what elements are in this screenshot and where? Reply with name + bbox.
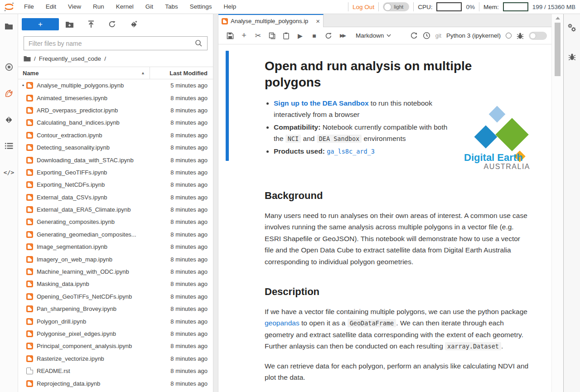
close-icon[interactable]: × [316, 18, 320, 24]
file-name: Generating_geomedian_composites... [37, 231, 157, 238]
restart-kernel-button[interactable] [321, 30, 335, 42]
file-row[interactable]: Polygonise_pixel_edges.ipynb 8 minutes a… [18, 328, 213, 340]
debugger-bug-icon[interactable] [517, 32, 524, 39]
panel-resize-handle[interactable] [213, 14, 218, 392]
execution-time-clock-icon[interactable] [423, 32, 430, 39]
bullet-products[interactable]: Products used: ga_ls8c_ard_3 [274, 147, 375, 155]
file-modified: 8 minutes ago [157, 281, 208, 287]
scrollbar-thumb[interactable] [555, 23, 561, 76]
file-row[interactable]: ARD_overpass_predictor.ipynb 8 minutes a… [18, 104, 213, 116]
background-paragraph: Many users need to run analyses on their… [265, 210, 531, 268]
dea-logo: Digital Earth AUSTRALIA [463, 98, 531, 170]
property-inspector-tab[interactable] [567, 23, 576, 34]
git-clone-button[interactable] [123, 18, 144, 30]
filter-files-input[interactable]: Filter files by name [24, 36, 208, 50]
notebook-scroll-area[interactable]: Open and run analysis on multiple polygo… [218, 44, 551, 392]
file-row[interactable]: Generating_geomedian_composites... 8 min… [18, 228, 213, 241]
interrupt-kernel-button[interactable]: ■ [307, 30, 321, 42]
file-row[interactable]: Contour_extraction.ipynb 8 minutes ago [18, 129, 213, 141]
file-row[interactable]: Calculating_band_indices.ipynb 8 minutes… [18, 116, 213, 129]
dask-tab[interactable] [0, 85, 18, 102]
file-name: Machine_learning_with_ODC.ipynb [37, 268, 157, 275]
toolbar-toggle[interactable] [529, 32, 547, 40]
theme-toggle[interactable]: light [383, 2, 409, 11]
menu-item[interactable]: Edit [40, 0, 62, 14]
file-type-icon [26, 132, 33, 139]
bullet-signup[interactable]: Sign up to the DEA Sandbox to run this n… [274, 99, 432, 118]
cut-cells-button[interactable]: ✂ [251, 30, 265, 42]
cpu-value: 0% [466, 4, 475, 10]
copy-cells-button[interactable] [265, 30, 279, 42]
menu-item[interactable]: Help [218, 0, 242, 14]
file-modified: 8 minutes ago [157, 95, 208, 102]
code-inspector-icon: </> [4, 169, 14, 176]
file-row[interactable]: Polygon_drill.ipynb 8 minutes ago [18, 315, 213, 327]
save-button[interactable] [223, 30, 237, 42]
file-row[interactable]: Rasterize_vectorize.ipynb 8 minutes ago [18, 353, 213, 365]
notebook-tab[interactable]: Analyse_multiple_polygons.ip × [218, 14, 324, 27]
file-modified: 5 minutes ago [157, 82, 208, 89]
file-row[interactable]: Opening_GeoTIFFs_NetCDFs.ipynb 8 minutes… [18, 290, 213, 303]
menu-item[interactable]: Settings [184, 0, 218, 14]
cell-type-value: Markdown [356, 32, 384, 39]
restart-run-all-button[interactable]: ▶▶ [335, 30, 349, 42]
file-row[interactable]: External_data_CSVs.ipynb 8 minutes ago [18, 191, 213, 203]
file-type-icon [26, 194, 33, 201]
file-row[interactable]: Masking_data.ipynb 8 minutes ago [18, 278, 213, 290]
file-row[interactable]: Animated_timeseries.ipynb 8 minutes ago [18, 92, 213, 104]
refresh-file-list-button[interactable] [102, 18, 123, 30]
running-sessions-tab[interactable] [0, 58, 18, 76]
file-row[interactable]: Detecting_seasonality.ipynb 8 minutes ag… [18, 141, 213, 154]
code-inspector-tab[interactable]: </> [0, 164, 18, 181]
git-tab[interactable] [0, 111, 18, 128]
new-launcher-button[interactable]: + [22, 18, 59, 30]
dock-tab-bar: Analyse_multiple_polygons.ip × [218, 14, 551, 27]
file-type-icon [26, 169, 33, 176]
file-type-icon [26, 355, 33, 362]
file-row[interactable]: • Analyse_multiple_polygons.ipynb 5 minu… [18, 79, 213, 92]
file-row[interactable]: Exporting_GeoTIFFs.ipynb 8 minutes ago [18, 166, 213, 179]
file-row[interactable]: Reprojecting_data.ipynb 8 minutes ago [18, 377, 213, 389]
file-browser-tab[interactable] [0, 18, 18, 35]
notebook-scrollbar[interactable] [551, 14, 563, 392]
file-modified: 8 minutes ago [157, 119, 208, 126]
file-row[interactable]: Exporting_NetCDFs.ipynb 8 minutes ago [18, 179, 213, 191]
home-folder-icon[interactable] [24, 56, 31, 62]
upload-button[interactable] [80, 18, 102, 30]
file-type-icon [26, 281, 33, 287]
menu-item[interactable]: File [18, 0, 40, 14]
file-row[interactable]: Imagery_on_web_map.ipynb 8 minutes ago [18, 253, 213, 265]
scroll-up-arrow-icon[interactable] [556, 17, 560, 19]
file-name: Detecting_seasonality.ipynb [37, 144, 157, 151]
table-of-contents-tab[interactable] [0, 137, 18, 155]
file-row[interactable]: External_data_ERA5_Climate.ipynb 8 minut… [18, 203, 213, 216]
kernel-status-icon[interactable] [506, 33, 512, 39]
column-header-name[interactable]: Name ▲ [18, 67, 150, 79]
sync-icon[interactable] [410, 32, 418, 39]
active-cell-indicator[interactable] [226, 51, 229, 161]
run-cell-button[interactable]: ▶ [293, 30, 307, 42]
column-header-modified[interactable]: Last Modified [150, 67, 213, 79]
breadcrumb-separator: / [104, 55, 106, 62]
cell-type-dropdown[interactable]: Markdown [356, 32, 391, 39]
new-folder-button[interactable] [59, 18, 80, 30]
file-row[interactable]: Generating_composites.ipynb 8 minutes ag… [18, 216, 213, 228]
kernel-name-button[interactable]: Python 3 (ipykernel) [446, 32, 501, 39]
menu-item[interactable]: View [62, 0, 87, 14]
menu-item[interactable]: Run [87, 0, 110, 14]
file-row[interactable]: Image_segmentation.ipynb 8 minutes ago [18, 241, 213, 253]
menu-item[interactable]: Git [140, 0, 159, 14]
paste-cells-button[interactable] [279, 30, 293, 42]
breadcrumb-folder[interactable]: Frequently_used_code [39, 55, 101, 62]
file-row[interactable]: Principal_component_analysis.ipynb 8 min… [18, 340, 213, 352]
menu-item[interactable]: Kernel [110, 0, 140, 14]
menu-item[interactable]: Tabs [159, 0, 184, 14]
file-type-icon [26, 82, 33, 89]
debugger-tab[interactable] [568, 53, 576, 63]
file-row[interactable]: README.rst 8 minutes ago [18, 365, 213, 377]
file-row[interactable]: Pan_sharpening_Brovey.ipynb 8 minutes ag… [18, 303, 213, 315]
log-out-button[interactable]: Log Out [353, 4, 374, 10]
file-row[interactable]: Machine_learning_with_ODC.ipynb 8 minute… [18, 266, 213, 278]
insert-cell-button[interactable]: + [237, 30, 251, 42]
file-row[interactable]: Downloading_data_with_STAC.ipynb 8 minut… [18, 154, 213, 166]
